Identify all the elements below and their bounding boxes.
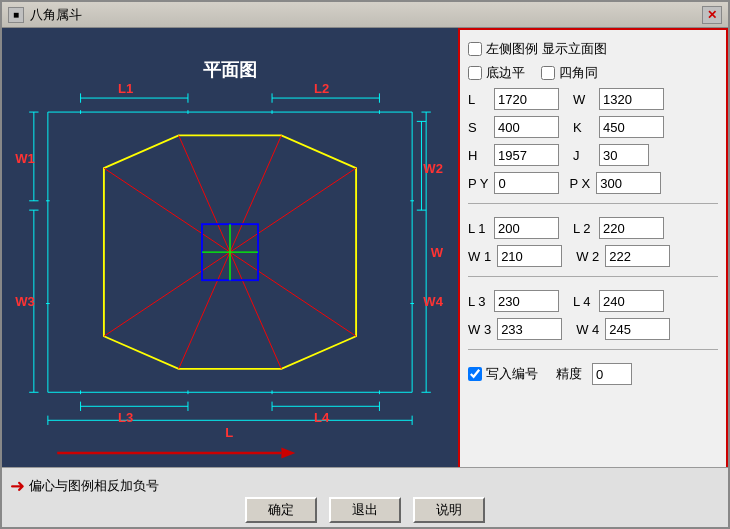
- label-PY: P Y: [468, 176, 488, 191]
- label-K: K: [573, 120, 593, 135]
- panel-row-2: 底边平 四角同: [468, 64, 718, 82]
- input-K[interactable]: [599, 116, 664, 138]
- panel-row-sk: S K: [468, 116, 718, 138]
- input-W2[interactable]: [605, 245, 670, 267]
- checkbox-left-text: 左侧图例 显示立面图: [486, 40, 607, 58]
- input-PY[interactable]: [494, 172, 559, 194]
- label-L1: L 1: [468, 221, 488, 236]
- label-W4: W 4: [576, 322, 599, 337]
- label-L3: L 3: [468, 294, 488, 309]
- cad-svg: L1 L2 W2 W L3 L4 L W3 W1 W4: [2, 28, 458, 467]
- input-L[interactable]: [494, 88, 559, 110]
- checkbox-bottom[interactable]: [468, 66, 482, 80]
- panel-row-write: 写入编号 精度: [468, 363, 718, 385]
- arrow-text: 偏心与图例相反加负号: [29, 477, 159, 495]
- svg-text:W2: W2: [423, 161, 443, 176]
- input-precision[interactable]: [592, 363, 632, 385]
- window-title: 八角属斗: [30, 6, 702, 24]
- bottom-area: ➜ 偏心与图例相反加负号 确定 退出 说明: [2, 467, 728, 527]
- label-W3: W 3: [468, 322, 491, 337]
- main-window: ■ 八角属斗 ✕ 平面图: [0, 0, 730, 529]
- panel-row-lw: L W: [468, 88, 718, 110]
- checkbox-left[interactable]: [468, 42, 482, 56]
- input-L2[interactable]: [599, 217, 664, 239]
- input-L4[interactable]: [599, 290, 664, 312]
- svg-text:W: W: [431, 245, 444, 260]
- label-PX: P X: [569, 176, 590, 191]
- button-row: 确定 退出 说明: [10, 497, 720, 523]
- input-W[interactable]: [599, 88, 664, 110]
- cancel-button[interactable]: 退出: [329, 497, 401, 523]
- red-arrow-icon: ➜: [10, 475, 25, 497]
- svg-text:L4: L4: [314, 410, 330, 425]
- input-H[interactable]: [494, 144, 559, 166]
- main-content: 平面图: [2, 28, 728, 467]
- label-precision: 精度: [556, 365, 582, 383]
- checkbox-write-label[interactable]: 写入编号: [468, 365, 538, 383]
- window-icon: ■: [8, 7, 24, 23]
- title-bar: ■ 八角属斗 ✕: [2, 2, 728, 28]
- label-L: L: [468, 92, 488, 107]
- divider-1: [468, 203, 718, 204]
- label-W: W: [573, 92, 593, 107]
- panel-row-w3w4: W 3 W 4: [468, 318, 718, 340]
- panel-row-1: 左侧图例 显示立面图: [468, 40, 718, 58]
- checkbox-write[interactable]: [468, 367, 482, 381]
- svg-text:L3: L3: [118, 410, 133, 425]
- arrow-row: ➜ 偏心与图例相反加负号: [10, 475, 720, 497]
- label-L2: L 2: [573, 221, 593, 236]
- input-L1[interactable]: [494, 217, 559, 239]
- cad-drawing-area: 平面图: [2, 28, 458, 467]
- input-L3[interactable]: [494, 290, 559, 312]
- svg-text:W1: W1: [15, 151, 35, 166]
- svg-text:W3: W3: [15, 294, 35, 309]
- ok-button[interactable]: 确定: [245, 497, 317, 523]
- label-H: H: [468, 148, 488, 163]
- label-J: J: [573, 148, 593, 163]
- divider-2: [468, 276, 718, 277]
- svg-text:W4: W4: [423, 294, 443, 309]
- svg-marker-66: [281, 447, 295, 458]
- right-panel: 左侧图例 显示立面图 底边平 四角同 L W: [458, 28, 728, 467]
- svg-text:L: L: [225, 425, 233, 440]
- input-J[interactable]: [599, 144, 649, 166]
- input-W3[interactable]: [497, 318, 562, 340]
- svg-text:L2: L2: [314, 81, 329, 96]
- checkbox-bottom-text: 底边平: [486, 64, 525, 82]
- close-button[interactable]: ✕: [702, 6, 722, 24]
- checkbox-write-text: 写入编号: [486, 365, 538, 383]
- label-S: S: [468, 120, 488, 135]
- panel-row-l3l4: L 3 L 4: [468, 290, 718, 312]
- checkbox-four-text: 四角同: [559, 64, 598, 82]
- label-L4: L 4: [573, 294, 593, 309]
- input-S[interactable]: [494, 116, 559, 138]
- label-W2: W 2: [576, 249, 599, 264]
- input-PX[interactable]: [596, 172, 661, 194]
- panel-row-pypx: P Y P X: [468, 172, 718, 194]
- panel-row-hj: H J: [468, 144, 718, 166]
- input-W1[interactable]: [497, 245, 562, 267]
- checkbox-left-label[interactable]: 左侧图例 显示立面图: [468, 40, 607, 58]
- checkbox-four-label[interactable]: 四角同: [541, 64, 598, 82]
- svg-text:L1: L1: [118, 81, 133, 96]
- panel-row-l1l2: L 1 L 2: [468, 217, 718, 239]
- divider-3: [468, 349, 718, 350]
- help-button[interactable]: 说明: [413, 497, 485, 523]
- input-W4[interactable]: [605, 318, 670, 340]
- label-W1: W 1: [468, 249, 491, 264]
- checkbox-bottom-label[interactable]: 底边平: [468, 64, 525, 82]
- panel-row-w1w2: W 1 W 2: [468, 245, 718, 267]
- checkbox-four[interactable]: [541, 66, 555, 80]
